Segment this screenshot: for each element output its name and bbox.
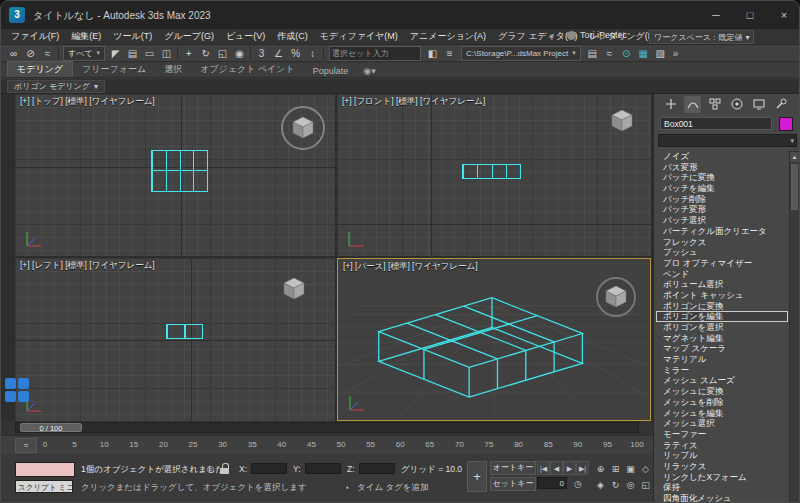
isolate-selection-icon[interactable]: ◎ bbox=[203, 462, 218, 476]
curve-editor-icon[interactable]: ≈ bbox=[601, 46, 618, 61]
time-tag-icon[interactable]: ◔ bbox=[339, 481, 354, 495]
pan-icon[interactable]: ◈ bbox=[593, 477, 608, 493]
modifier-item[interactable]: ポリゴンを編集 bbox=[656, 311, 788, 322]
modifier-item[interactable]: リンクしたXフォーム bbox=[656, 472, 788, 483]
selected-box-wireframe[interactable] bbox=[462, 164, 521, 179]
menu-item[interactable]: ファイル(F) bbox=[5, 30, 65, 43]
spinner-snap-icon[interactable]: ↕ bbox=[304, 46, 321, 61]
viewport-left[interactable]: [+] [レフト] [標準] [ワイヤフレーム] bbox=[15, 258, 335, 421]
modifier-item[interactable]: マグネット編集 bbox=[656, 333, 788, 344]
select-and-place-icon[interactable]: ◉ bbox=[231, 46, 248, 61]
zoom-extents-icon[interactable]: ▣ bbox=[623, 461, 638, 477]
hierarchy-tab-icon[interactable] bbox=[706, 96, 723, 113]
zoom-icon[interactable]: ⊕ bbox=[593, 461, 608, 477]
go-to-end-button[interactable]: ▶| bbox=[576, 461, 589, 475]
layer-manager-icon[interactable]: ▤ bbox=[584, 46, 601, 61]
named-selection-set-input[interactable] bbox=[329, 46, 421, 61]
modifier-item[interactable]: ポリゴンを選択 bbox=[656, 322, 788, 333]
y-coord-field[interactable] bbox=[305, 463, 341, 474]
angle-snap-icon[interactable]: ∠ bbox=[270, 46, 287, 61]
previous-frame-button[interactable]: ◀ bbox=[550, 461, 563, 475]
modifier-item[interactable]: メッシュを編集 bbox=[656, 408, 788, 419]
viewport-left-label[interactable]: [+] [レフト] [標準] [ワイヤフレーム] bbox=[20, 260, 155, 272]
modify-tab-icon[interactable] bbox=[684, 96, 701, 113]
select-object-icon[interactable]: ◤ bbox=[107, 46, 124, 61]
ribbon-tab[interactable]: Populate bbox=[304, 65, 358, 77]
modifier-item[interactable]: パッチに変換 bbox=[656, 172, 788, 183]
modifier-item[interactable]: パス変形 bbox=[656, 162, 788, 173]
modifier-item[interactable]: ボリューム選択 bbox=[656, 279, 788, 290]
viewcube[interactable] bbox=[280, 274, 307, 306]
bind-to-space-warp-icon[interactable]: ≈ bbox=[39, 46, 56, 61]
set-keys-button[interactable]: + bbox=[467, 461, 487, 492]
render-setup-icon[interactable]: ▦ bbox=[635, 46, 652, 61]
viewport-persp-label[interactable]: [+] [パース] [標準] [ワイヤフレーム] bbox=[343, 261, 478, 273]
menu-item[interactable]: 編集(E) bbox=[65, 30, 107, 43]
utilities-tab-icon[interactable] bbox=[772, 96, 789, 113]
modifier-item[interactable]: メッシュを削除 bbox=[656, 397, 788, 408]
unlink-selection-icon[interactable]: ⊘ bbox=[22, 46, 39, 61]
modifier-item[interactable]: モーファー bbox=[656, 429, 788, 440]
viewport-front[interactable]: [+] [フロント] [標準] [ワイヤフレーム] bbox=[337, 94, 651, 256]
set-key-button[interactable]: セットキー bbox=[490, 477, 536, 491]
ribbon-tab[interactable]: フリーフォーム bbox=[73, 62, 155, 77]
modifier-item[interactable]: ポイント キャッシュ bbox=[656, 290, 788, 301]
add-time-tag-label[interactable]: タイム タグを追加 bbox=[357, 482, 429, 494]
menu-item[interactable]: 作成(C) bbox=[271, 30, 314, 43]
modifier-item[interactable]: メッシュ スムーズ bbox=[656, 375, 788, 386]
x-coord-field[interactable] bbox=[251, 463, 287, 474]
close-button[interactable]: × bbox=[767, 1, 800, 29]
menu-item[interactable]: ツール(T) bbox=[107, 30, 158, 43]
windows-tiles-icon[interactable] bbox=[5, 378, 31, 404]
orbit-icon[interactable]: ↻ bbox=[608, 477, 623, 493]
toolbar-overflow-chevron[interactable]: » bbox=[673, 48, 679, 59]
modifier-item[interactable]: プッシュ bbox=[656, 247, 788, 258]
modifier-item[interactable]: プロ オプティマイザー bbox=[656, 258, 788, 269]
track-bar[interactable]: ≈ 05101520253035404550556065707580859095… bbox=[1, 435, 653, 456]
maximize-button[interactable]: □ bbox=[733, 1, 767, 29]
viewport-front-label[interactable]: [+] [フロント] [標準] [ワイヤフレーム] bbox=[342, 96, 485, 108]
selected-box-wireframe[interactable] bbox=[151, 150, 208, 192]
snap-toggle-icon[interactable]: 3 bbox=[253, 46, 270, 61]
current-frame-field[interactable]: 0 bbox=[537, 477, 567, 489]
ribbon-tab[interactable]: 選択 bbox=[155, 62, 191, 77]
viewport-top[interactable]: [+] [トップ] [標準] [ワイヤフレーム] bbox=[15, 94, 335, 256]
menu-item[interactable]: アニメーション(A) bbox=[404, 30, 492, 43]
polygon-modeling-panel-tab[interactable]: ポリゴン モデリング ▾ bbox=[7, 80, 105, 93]
menu-item[interactable]: モディファイヤ(M) bbox=[314, 30, 404, 43]
modifier-item[interactable]: マテリアル bbox=[656, 354, 788, 365]
modifier-item[interactable]: 保持 bbox=[656, 482, 788, 493]
window-crossing-icon[interactable]: ◫ bbox=[158, 46, 175, 61]
scrollbar-thumb[interactable] bbox=[791, 164, 798, 210]
percent-snap-icon[interactable]: % bbox=[287, 46, 304, 61]
modifier-item[interactable]: ノイズ bbox=[656, 151, 788, 162]
display-tab-icon[interactable] bbox=[750, 96, 767, 113]
menu-item[interactable]: グループ(G) bbox=[158, 30, 220, 43]
time-configuration-icon[interactable]: ◷ bbox=[571, 477, 585, 490]
viewport-top-label[interactable]: [+] [トップ] [標準] [ワイヤフレーム] bbox=[20, 96, 155, 108]
render-frame-window-icon[interactable]: ▨ bbox=[652, 46, 669, 61]
selected-box-wireframe[interactable] bbox=[166, 324, 203, 339]
select-by-name-icon[interactable]: ▤ bbox=[124, 46, 141, 61]
selection-lock-icon[interactable] bbox=[220, 463, 231, 475]
maximize-viewport-icon[interactable]: ◱ bbox=[638, 477, 653, 493]
modifier-item[interactable]: メッシュに変換 bbox=[656, 386, 788, 397]
mirror-icon[interactable]: ◧ bbox=[424, 46, 441, 61]
time-slider-track[interactable]: 0 / 100 bbox=[15, 422, 639, 433]
signin-user[interactable]: Tori iPentec bbox=[567, 30, 627, 40]
align-icon[interactable]: ≡ bbox=[441, 46, 458, 61]
select-and-rotate-icon[interactable]: ↻ bbox=[197, 46, 214, 61]
modifier-item[interactable]: パッチを編集 bbox=[656, 183, 788, 194]
modifier-item[interactable]: リップル bbox=[656, 450, 788, 461]
selection-filter-dropdown[interactable]: すべて▾ bbox=[63, 46, 105, 61]
modifier-item[interactable]: ラティス bbox=[656, 440, 788, 451]
modifier-item[interactable]: パッチ削除 bbox=[656, 194, 788, 205]
select-and-link-icon[interactable]: ∞ bbox=[5, 46, 22, 61]
modifier-item[interactable]: マップ スケーラ bbox=[656, 343, 788, 354]
modifier-item[interactable]: ポリゴンに変換 bbox=[656, 301, 788, 312]
z-coord-field[interactable] bbox=[359, 463, 395, 474]
modifier-item[interactable]: パーティクル面クリエータ bbox=[656, 226, 788, 237]
ribbon-tab[interactable]: モデリング bbox=[7, 61, 73, 77]
modifier-item[interactable]: パッチ選択 bbox=[656, 215, 788, 226]
modifier-item[interactable]: リラックス bbox=[656, 461, 788, 472]
